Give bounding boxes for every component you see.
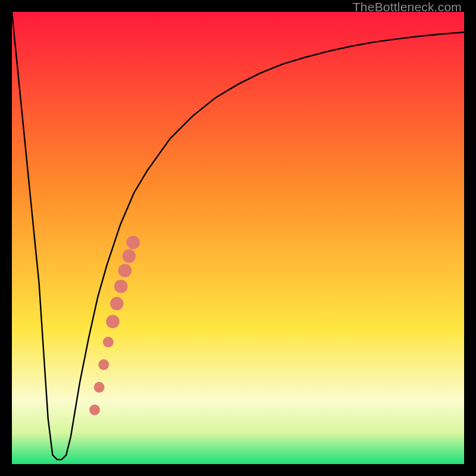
watermark-text: TheBottleneck.com — [353, 0, 462, 14]
highlight-dot — [89, 405, 100, 415]
bottleneck-chart — [12, 12, 464, 464]
highlight-dot — [118, 264, 132, 277]
highlight-dot — [110, 297, 124, 311]
highlight-dot — [114, 280, 128, 293]
highlight-dot — [123, 249, 136, 263]
highlight-dot — [103, 337, 114, 347]
gradient-background — [12, 12, 464, 464]
highlight-dot — [126, 236, 140, 249]
highlight-dot — [106, 315, 120, 328]
highlight-dot — [94, 382, 105, 393]
chart-frame — [12, 12, 464, 464]
highlight-dot — [98, 359, 109, 370]
